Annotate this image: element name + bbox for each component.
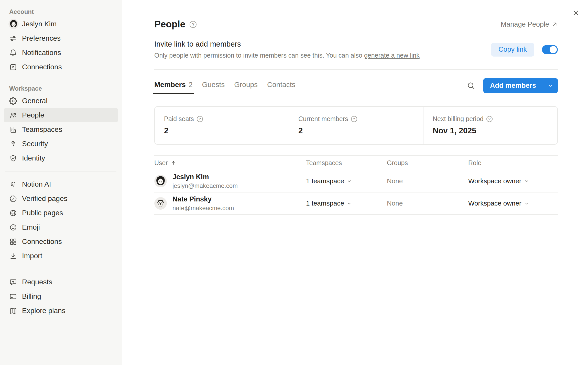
sidebar-item-label: Teamspaces [22,125,62,134]
smiley-icon [9,223,17,231]
help-icon[interactable]: ? [190,21,197,28]
tab-members[interactable]: Members2 [154,77,193,94]
members-table: User Teamspaces Groups Role Jeslyn Kim j… [154,155,558,215]
building-icon [9,126,17,134]
chevron-down-icon [347,179,352,184]
chevron-down-icon [524,201,529,206]
sidebar-item-label: Emoji [22,223,40,231]
sidebar-item-label: Connections [22,238,62,246]
close-icon[interactable] [570,7,581,18]
member-name: Jeslyn Kim [172,173,238,181]
invite-link-title: Invite link to add members [154,40,420,48]
sidebar-item-label: People [22,111,44,119]
chat-bubble-up-icon [9,278,17,286]
next-billing-date: Nov 1, 2025 [433,126,557,135]
add-members-label: Add members [483,78,543,93]
sidebar-item-explore-plans[interactable]: Explore plans [4,304,118,318]
sidebar-item-verified-pages[interactable]: Verified pages [4,191,118,206]
tab-groups[interactable]: Groups [234,77,258,94]
member-email: jeslyn@makeacme.com [172,182,238,189]
sidebar-item-account-profile[interactable]: Jeslyn Kim [4,17,118,31]
sidebar-item-label: Verified pages [22,195,67,203]
billing-stats-card: Paid seats ? 2 Current members ? 2 Next … [154,106,558,145]
teamspaces-dropdown[interactable]: 1 teamspace [306,199,387,207]
tab-contacts[interactable]: Contacts [267,77,296,94]
tab-bar: Members2 Guests Groups Contacts [154,77,296,94]
sidebar-item-identity[interactable]: Identity [4,151,118,165]
chevron-down-icon[interactable] [543,78,558,93]
map-icon [9,307,17,315]
sidebar-item-notion-ai[interactable]: Notion AI [4,177,118,191]
sidebar-item-notifications[interactable]: Notifications [4,46,118,60]
invite-link-toggle[interactable] [542,45,558,54]
stat-next-billing-period: Next billing period ? Nov 1, 2025 [423,107,557,144]
sidebar-section-workspace: Workspace [4,83,118,94]
people-settings-panel: People ? Manage People Invite link to ad… [122,0,588,365]
sidebar-item-label: Connections [22,63,62,71]
sidebar-item-label: Billing [22,292,41,300]
sidebar-item-label: General [22,97,48,105]
sidebar-item-general[interactable]: General [4,94,118,108]
member-name: Nate Pinsky [172,195,234,203]
stat-paid-seats: Paid seats ? 2 [155,107,289,144]
column-user[interactable]: User [154,159,306,167]
sidebar-section-account: Account [4,7,118,17]
avatar-nate-pinsky [154,197,167,210]
copy-link-button[interactable]: Copy link [491,43,534,57]
table-row[interactable]: Nate Pinsky nate@makeacme.com 1 teamspac… [154,192,558,215]
role-dropdown[interactable]: Workspace owner [468,199,558,207]
people-icon [9,111,17,119]
generate-new-link[interactable]: generate a new link [364,52,420,59]
sidebar-item-label: Explore plans [22,307,66,315]
add-members-button[interactable]: Add members [483,78,558,93]
help-icon[interactable]: ? [486,116,493,122]
tab-guests[interactable]: Guests [202,77,225,94]
globe-icon [9,209,17,217]
paid-seats-value: 2 [164,126,289,135]
credit-card-icon [9,293,17,300]
groups-value: None [387,177,468,185]
help-icon[interactable]: ? [351,116,357,122]
gear-icon [9,97,17,105]
help-icon[interactable]: ? [197,116,203,122]
sidebar-item-label: Identity [22,154,45,162]
verified-badge-icon [9,195,17,203]
column-teamspaces[interactable]: Teamspaces [306,159,387,167]
manage-people-link[interactable]: Manage People [501,20,558,28]
table-row[interactable]: Jeslyn Kim jeslyn@makeacme.com 1 teamspa… [154,170,558,192]
sidebar-item-security[interactable]: Security [4,137,118,151]
sidebar-item-preferences[interactable]: Preferences [4,31,118,46]
sidebar-item-label: Jeslyn Kim [22,20,57,28]
column-role[interactable]: Role [468,159,558,167]
sidebar-item-workspace-connections[interactable]: Connections [4,234,118,249]
arrow-up-right-box-icon [9,63,17,71]
invite-link-description: Only people with permission to invite me… [154,52,420,59]
sidebar-item-requests[interactable]: Requests [4,275,118,289]
sidebar-item-billing[interactable]: Billing [4,289,118,304]
toggle-knob [550,46,557,53]
sidebar-item-public-pages[interactable]: Public pages [4,206,118,220]
sidebar-item-people[interactable]: People [4,108,118,122]
sidebar-item-label: Public pages [22,209,63,217]
sidebar-item-label: Requests [22,278,52,286]
search-icon[interactable] [466,80,476,91]
member-email: nate@makeacme.com [172,205,234,212]
sidebar-item-teamspaces[interactable]: Teamspaces [4,122,118,137]
column-groups[interactable]: Groups [387,159,468,167]
settings-sidebar: Account Jeslyn Kim Preferences Notificat… [0,0,122,365]
bell-icon [9,49,17,57]
sidebar-divider [5,171,116,171]
sidebar-divider [5,269,116,269]
invite-link-section: Invite link to add members Only people w… [154,40,420,59]
shield-check-icon [9,154,17,162]
sidebar-item-label: Notion AI [22,180,51,188]
sidebar-item-account-connections[interactable]: Connections [4,60,118,74]
teamspaces-dropdown[interactable]: 1 teamspace [306,177,387,185]
key-icon [9,140,17,148]
role-dropdown[interactable]: Workspace owner [468,177,558,185]
sidebar-item-import[interactable]: Import [4,249,118,263]
members-count-badge: 2 [189,81,193,89]
sidebar-item-label: Notifications [22,49,61,57]
page-title: People [154,19,185,30]
sidebar-item-emoji[interactable]: Emoji [4,220,118,234]
